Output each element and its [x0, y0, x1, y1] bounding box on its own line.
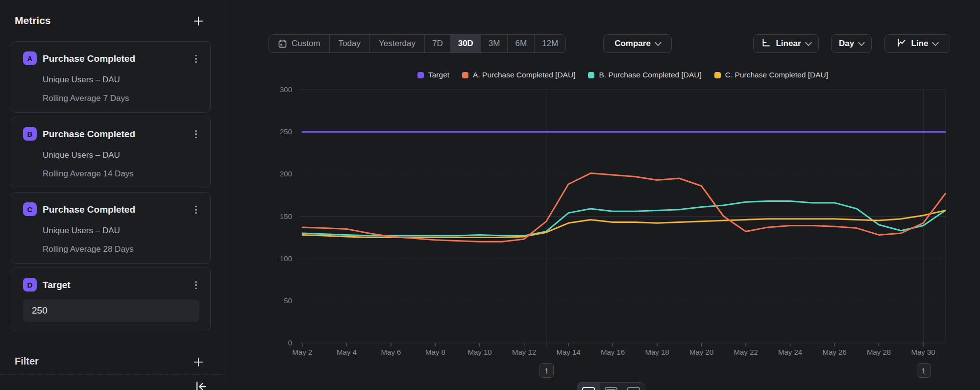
annotation-badge[interactable]: 1	[917, 363, 931, 378]
date-range-label: 3M	[489, 39, 500, 49]
metric-measure: Unique Users – DAU	[43, 75, 120, 85]
date-range-yesterday[interactable]: Yesterday	[369, 35, 424, 52]
plus-icon	[193, 356, 204, 368]
chart-type-label: Line	[911, 39, 929, 49]
date-range-label: 30D	[458, 39, 473, 49]
collapse-sidebar-button[interactable]	[193, 379, 210, 390]
line-chart-icon	[897, 38, 906, 50]
date-range-12m[interactable]: 12M	[534, 35, 565, 52]
interval-select-button[interactable]: Day	[831, 34, 872, 53]
scale-select-button[interactable]: Linear	[753, 34, 819, 53]
date-range-today[interactable]: Today	[329, 35, 369, 52]
chevron-down-icon	[655, 39, 662, 46]
metric-card-b[interactable]: BPurchase CompletedUnique Users – DAURol…	[11, 117, 211, 188]
y-axis-tick-label: 250	[280, 127, 292, 136]
x-axis-tick-label: May 26	[822, 348, 846, 356]
collapse-panel-icon	[193, 387, 208, 390]
metric-card-list: APurchase CompletedUnique Users – DAURol…	[0, 0, 225, 390]
layout-option-table[interactable]	[622, 383, 645, 390]
metric-badge: A	[23, 51, 37, 65]
date-range-3m[interactable]: 3M	[481, 35, 508, 52]
y-axis-tick-label: 150	[280, 212, 292, 220]
annotation-badge[interactable]: 1	[539, 363, 554, 378]
date-range-label: Yesterday	[379, 39, 416, 49]
target-card[interactable]: DTarget250	[11, 268, 211, 331]
metric-title: Target	[43, 280, 71, 291]
y-axis-tick-label: 200	[280, 170, 292, 178]
metric-badge: D	[23, 278, 37, 292]
metric-title: Purchase Completed	[43, 129, 135, 140]
sidebar-divider	[0, 374, 225, 375]
x-axis-tick-label: May 16	[601, 348, 625, 356]
y-axis-tick-label: 300	[280, 85, 292, 94]
date-range-7d[interactable]: 7D	[424, 35, 450, 52]
x-axis-tick-label: May 14	[556, 348, 580, 356]
series-line-c	[302, 210, 945, 237]
layout-option-split[interactable]	[600, 383, 622, 390]
date-range-custom[interactable]: Custom	[269, 35, 329, 52]
date-range-label: Custom	[292, 39, 320, 49]
kebab-menu-icon[interactable]	[191, 279, 201, 292]
metric-measure: Unique Users – DAU	[43, 226, 120, 236]
chart-layout-icon	[582, 387, 595, 390]
x-axis-tick-label: May 12	[512, 348, 536, 356]
metric-title: Purchase Completed	[43, 204, 135, 215]
series-line-a	[302, 173, 945, 242]
metric-rolling-average: Rolling Average 7 Days	[43, 94, 129, 103]
x-axis-tick-label: May 10	[467, 348, 491, 356]
x-axis-tick-label: May 30	[911, 348, 935, 356]
line-chart-plot: 050100150200250300May 2May 4May 6May 8Ma…	[270, 64, 980, 390]
date-range-label: Today	[339, 39, 361, 49]
date-range-segmented-control: CustomTodayYesterday7D30D3M6M12M	[269, 34, 566, 53]
date-range-label: 7D	[432, 39, 443, 49]
calendar-icon	[278, 39, 287, 49]
y-axis-tick-label: 100	[280, 254, 292, 263]
metric-badge: C	[23, 202, 37, 216]
x-axis-tick-label: May 4	[337, 348, 357, 356]
date-range-6m[interactable]: 6M	[507, 35, 534, 52]
x-axis-tick-label: May 20	[689, 348, 713, 356]
chart-area: TargetA. Purchase Completed [DAU]B. Purc…	[270, 64, 980, 390]
layout-toggle-bar	[577, 382, 645, 390]
date-range-label: 12M	[542, 39, 558, 49]
x-axis-tick-label: May 18	[645, 348, 669, 356]
x-axis-tick-label: May 22	[734, 348, 758, 356]
date-range-label: 6M	[515, 39, 527, 49]
scale-label: Linear	[776, 39, 801, 49]
x-axis-tick-label: May 2	[293, 348, 313, 356]
x-axis-tick-label: May 6	[381, 348, 401, 356]
target-value-input[interactable]: 250	[23, 299, 199, 322]
metric-rolling-average: Rolling Average 28 Days	[43, 244, 134, 254]
kebab-menu-icon[interactable]	[191, 128, 201, 141]
sidebar: Metrics APurchase CompletedUnique Users …	[0, 0, 225, 390]
interval-label: Day	[839, 39, 854, 49]
chevron-down-icon	[932, 39, 939, 46]
x-axis-tick-label: May 8	[425, 348, 445, 356]
metric-badge: B	[23, 127, 37, 141]
y-axis-tick-label: 0	[288, 339, 292, 347]
y-axis-tick-label: 50	[284, 296, 292, 305]
compare-label: Compare	[614, 39, 651, 49]
axis-scale-icon	[761, 38, 771, 50]
kebab-menu-icon[interactable]	[191, 52, 201, 65]
compare-button[interactable]: Compare	[603, 34, 672, 53]
x-axis-tick-label: May 24	[778, 348, 802, 356]
date-range-30d[interactable]: 30D	[450, 35, 481, 52]
layout-option-chart[interactable]	[577, 383, 600, 390]
metric-title: Purchase Completed	[43, 53, 135, 64]
metric-measure: Unique Users – DAU	[43, 150, 120, 160]
chevron-down-icon	[805, 39, 811, 46]
metric-card-c[interactable]: CPurchase CompletedUnique Users – DAURol…	[11, 192, 211, 264]
series-line-b	[302, 201, 945, 236]
chevron-down-icon	[858, 39, 865, 46]
chart-type-button[interactable]: Line	[884, 34, 950, 53]
metric-card-a[interactable]: APurchase CompletedUnique Users – DAURol…	[11, 41, 211, 113]
table-layout-icon	[627, 387, 640, 390]
app-root: Metrics APurchase CompletedUnique Users …	[0, 0, 980, 390]
filter-header: Filter	[15, 356, 39, 367]
metric-rolling-average: Rolling Average 14 Days	[43, 169, 134, 179]
kebab-menu-icon[interactable]	[191, 203, 201, 216]
x-axis-tick-label: May 28	[867, 348, 891, 356]
add-filter-button[interactable]	[191, 355, 206, 369]
split-layout-icon	[605, 387, 617, 390]
